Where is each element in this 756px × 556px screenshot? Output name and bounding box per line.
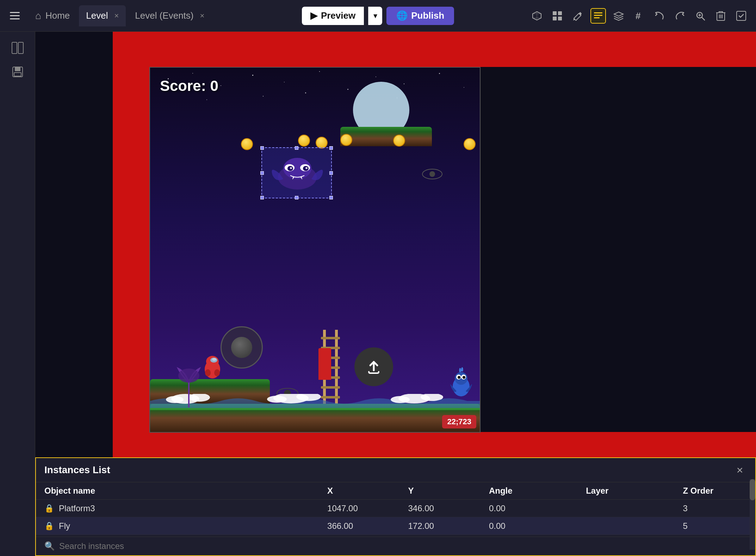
svg-rect-0 bbox=[553, 11, 557, 15]
selection-handle-mr[interactable] bbox=[329, 171, 333, 175]
pencil-icon[interactable] bbox=[570, 8, 585, 24]
svg-point-58 bbox=[178, 369, 199, 383]
svg-rect-1 bbox=[558, 11, 562, 15]
delete-icon[interactable] bbox=[713, 8, 729, 24]
col-z-order: Z Order bbox=[675, 482, 755, 500]
col-y: Y bbox=[399, 482, 480, 500]
search-icon: 🔍 bbox=[44, 541, 55, 551]
instance-name: Fly bbox=[59, 521, 70, 531]
svg-point-48 bbox=[429, 171, 435, 177]
layers-icon[interactable] bbox=[611, 8, 626, 24]
instances-table-container[interactable]: Object name X Y Angle Layer Z Order 🔒 Pl… bbox=[36, 482, 755, 546]
center-toolbar: ▶ Preview ▾ 🌐 Publish bbox=[302, 7, 454, 25]
selection-handle-tr[interactable] bbox=[329, 146, 333, 150]
cell-angle: 0.00 bbox=[481, 500, 577, 517]
panel-title: Instances List bbox=[44, 464, 110, 476]
svg-rect-4 bbox=[594, 12, 602, 13]
selection-handle-tc[interactable] bbox=[295, 146, 298, 150]
score-display: Score: 0 bbox=[160, 78, 218, 94]
cell-angle: 0.00 bbox=[481, 517, 577, 535]
search-instances-input[interactable] bbox=[59, 541, 747, 551]
svg-rect-6 bbox=[594, 17, 600, 18]
selected-enemy-box[interactable] bbox=[261, 147, 332, 198]
lock-icon: 🔒 bbox=[44, 521, 54, 531]
col-layer: Layer bbox=[577, 482, 674, 500]
red-border-bottom bbox=[113, 432, 756, 457]
svg-rect-2 bbox=[553, 17, 557, 20]
lock-icon: 🔒 bbox=[44, 504, 54, 513]
redo-icon[interactable] bbox=[672, 8, 688, 24]
coordinate-display: 22;723 bbox=[442, 415, 476, 428]
preview-button[interactable]: ▶ Preview bbox=[302, 7, 364, 25]
upload-action-button[interactable] bbox=[354, 347, 393, 386]
coin-4 bbox=[340, 134, 352, 146]
svg-rect-5 bbox=[594, 15, 602, 16]
svg-rect-37 bbox=[321, 386, 340, 389]
svg-point-57 bbox=[391, 396, 410, 403]
scrollbar-thumb[interactable] bbox=[750, 479, 755, 500]
undo-icon[interactable] bbox=[652, 8, 667, 24]
selection-handle-bl[interactable] bbox=[260, 196, 264, 199]
hamburger-menu[interactable] bbox=[7, 8, 23, 24]
tab-level-events[interactable]: Level (Events) × bbox=[128, 5, 211, 26]
cell-z-order: 3 bbox=[675, 500, 755, 517]
svg-point-28 bbox=[290, 167, 292, 169]
joystick-control[interactable] bbox=[221, 326, 263, 369]
svg-point-46 bbox=[463, 376, 465, 379]
background-plant-1 bbox=[171, 365, 206, 407]
cell-y: 172.00 bbox=[399, 517, 480, 535]
publish-button[interactable]: 🌐 Publish bbox=[386, 7, 454, 25]
events-icon[interactable] bbox=[733, 8, 749, 24]
coin-1 bbox=[241, 138, 253, 150]
selection-handle-ml[interactable] bbox=[260, 171, 264, 175]
tab-home[interactable]: ⌂ Home bbox=[28, 5, 77, 26]
hashtag-icon[interactable]: # bbox=[631, 8, 647, 24]
joystick-knob[interactable] bbox=[231, 337, 252, 358]
globe-icon: 🌐 bbox=[396, 10, 408, 21]
cell-layer bbox=[577, 500, 674, 517]
svg-point-20 bbox=[214, 369, 220, 376]
instance-name: Platform3 bbox=[59, 504, 95, 513]
sidebar-split-view[interactable] bbox=[8, 39, 27, 57]
cell-object-name: 🔒 Platform3 bbox=[36, 500, 319, 517]
cell-x: 1047.00 bbox=[319, 500, 399, 517]
game-viewport[interactable]: Score: 0 bbox=[149, 67, 481, 433]
preview-dropdown[interactable]: ▾ bbox=[368, 7, 382, 25]
search-bar: 🔍 bbox=[36, 537, 755, 555]
sidebar-save[interactable] bbox=[8, 63, 27, 81]
svg-rect-11 bbox=[12, 42, 17, 54]
right-toolbar: # bbox=[529, 8, 749, 24]
selection-handle-tl[interactable] bbox=[260, 146, 264, 150]
table-row[interactable]: 🔒 Fly 366.00 172.00 0.00 5 bbox=[36, 517, 755, 535]
tab-level[interactable]: Level × bbox=[79, 5, 126, 26]
svg-rect-32 bbox=[321, 337, 340, 339]
eye-decoration-right bbox=[420, 166, 445, 180]
col-object-name: Object name bbox=[36, 482, 319, 500]
red-border-left bbox=[113, 32, 149, 457]
panel-close-button[interactable]: × bbox=[733, 463, 747, 477]
selection-handle-br[interactable] bbox=[329, 196, 333, 199]
svg-rect-15 bbox=[14, 73, 21, 76]
cell-layer bbox=[577, 517, 674, 535]
3d-view-icon[interactable] bbox=[529, 8, 545, 24]
grid-view-icon[interactable] bbox=[550, 8, 565, 24]
instances-scrollbar[interactable] bbox=[750, 479, 755, 550]
svg-point-29 bbox=[305, 167, 308, 169]
ground-platform bbox=[150, 404, 480, 432]
svg-rect-14 bbox=[15, 67, 20, 71]
tab-level-events-label: Level (Events) bbox=[135, 10, 193, 21]
table-header-row: Object name X Y Angle Layer Z Order bbox=[36, 482, 755, 500]
cell-x: 366.00 bbox=[319, 517, 399, 535]
col-angle: Angle bbox=[481, 482, 577, 500]
tab-level-events-close[interactable]: × bbox=[200, 11, 204, 20]
instances-list-icon[interactable] bbox=[590, 8, 606, 24]
coin-6 bbox=[464, 138, 476, 150]
cell-z-order: 5 bbox=[675, 517, 755, 535]
zoom-icon[interactable] bbox=[693, 8, 708, 24]
home-icon: ⌂ bbox=[35, 10, 41, 21]
coin-3 bbox=[316, 137, 328, 149]
tab-level-close[interactable]: × bbox=[114, 11, 119, 20]
selection-handle-bc[interactable] bbox=[295, 196, 298, 199]
table-row[interactable]: 🔒 Platform3 1047.00 346.00 0.00 3 bbox=[36, 500, 755, 517]
navbar: ⌂ Home Level × Level (Events) × ▶ Previe… bbox=[0, 0, 756, 32]
